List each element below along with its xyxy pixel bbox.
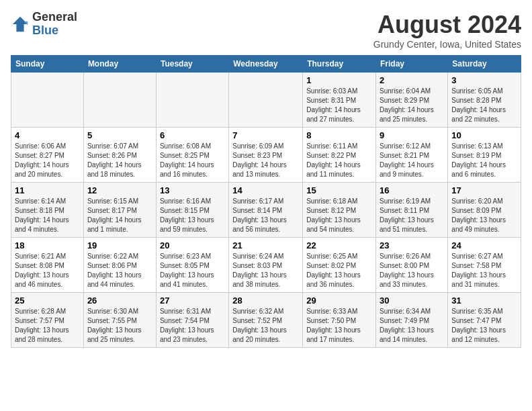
day-info: Sunrise: 6:14 AM Sunset: 8:18 PM Dayligh…	[15, 197, 80, 234]
title-block: August 2024 Grundy Center, Iowa, United …	[373, 11, 521, 50]
day-cell	[156, 73, 228, 128]
day-cell: 13Sunrise: 6:16 AM Sunset: 8:15 PM Dayli…	[156, 183, 228, 238]
day-info: Sunrise: 6:34 AM Sunset: 7:49 PM Dayligh…	[380, 307, 444, 345]
day-info: Sunrise: 6:12 AM Sunset: 8:21 PM Dayligh…	[380, 142, 444, 179]
day-cell: 8Sunrise: 6:11 AM Sunset: 8:22 PM Daylig…	[303, 128, 376, 183]
day-number: 4	[15, 130, 80, 140]
logo-blue: Blue	[32, 24, 77, 38]
day-cell	[11, 73, 84, 128]
day-cell: 25Sunrise: 6:28 AM Sunset: 7:57 PM Dayli…	[11, 293, 84, 348]
logo-icon	[11, 15, 30, 34]
day-header-wednesday: Wednesday	[229, 56, 303, 73]
day-info: Sunrise: 6:04 AM Sunset: 8:29 PM Dayligh…	[380, 87, 444, 124]
day-number: 7	[232, 130, 299, 140]
day-number: 29	[306, 295, 372, 306]
day-cell: 28Sunrise: 6:32 AM Sunset: 7:52 PM Dayli…	[229, 293, 303, 348]
day-info: Sunrise: 6:20 AM Sunset: 8:09 PM Dayligh…	[451, 197, 517, 234]
day-info: Sunrise: 6:32 AM Sunset: 7:52 PM Dayligh…	[232, 307, 299, 345]
day-number: 25	[15, 295, 80, 306]
day-cell: 30Sunrise: 6:34 AM Sunset: 7:49 PM Dayli…	[376, 293, 448, 348]
day-info: Sunrise: 6:18 AM Sunset: 8:12 PM Dayligh…	[306, 197, 372, 234]
day-cell: 15Sunrise: 6:18 AM Sunset: 8:12 PM Dayli…	[303, 183, 376, 238]
week-row-3: 11Sunrise: 6:14 AM Sunset: 8:18 PM Dayli…	[11, 183, 521, 238]
day-info: Sunrise: 6:09 AM Sunset: 8:23 PM Dayligh…	[232, 142, 299, 179]
day-cell: 12Sunrise: 6:15 AM Sunset: 8:17 PM Dayli…	[83, 183, 156, 238]
logo: General Blue	[11, 11, 77, 38]
page-header: General Blue August 2024 Grundy Center, …	[11, 11, 521, 50]
day-info: Sunrise: 6:13 AM Sunset: 8:19 PM Dayligh…	[451, 142, 517, 179]
day-number: 26	[87, 295, 152, 306]
day-cell: 3Sunrise: 6:05 AM Sunset: 8:28 PM Daylig…	[448, 73, 521, 128]
day-info: Sunrise: 6:33 AM Sunset: 7:50 PM Dayligh…	[306, 307, 372, 345]
logo-text: General Blue	[32, 11, 77, 38]
day-header-thursday: Thursday	[303, 56, 376, 73]
day-cell: 24Sunrise: 6:27 AM Sunset: 7:58 PM Dayli…	[448, 238, 521, 293]
day-cell	[83, 73, 156, 128]
day-cell: 14Sunrise: 6:17 AM Sunset: 8:14 PM Dayli…	[229, 183, 303, 238]
day-number: 28	[232, 295, 299, 306]
calendar-table: SundayMondayTuesdayWednesdayThursdayFrid…	[11, 55, 521, 348]
day-cell: 4Sunrise: 6:06 AM Sunset: 8:27 PM Daylig…	[11, 128, 84, 183]
day-cell: 31Sunrise: 6:35 AM Sunset: 7:47 PM Dayli…	[448, 293, 521, 348]
day-info: Sunrise: 6:07 AM Sunset: 8:26 PM Dayligh…	[87, 142, 152, 179]
day-cell: 2Sunrise: 6:04 AM Sunset: 8:29 PM Daylig…	[376, 73, 448, 128]
day-number: 15	[306, 185, 372, 195]
day-info: Sunrise: 6:05 AM Sunset: 8:28 PM Dayligh…	[451, 87, 517, 124]
day-number: 11	[15, 185, 80, 195]
day-cell: 27Sunrise: 6:31 AM Sunset: 7:54 PM Dayli…	[156, 293, 228, 348]
day-info: Sunrise: 6:03 AM Sunset: 8:31 PM Dayligh…	[306, 87, 372, 124]
week-row-4: 18Sunrise: 6:21 AM Sunset: 8:08 PM Dayli…	[11, 238, 521, 293]
day-number: 17	[451, 185, 517, 195]
logo-general: General	[32, 11, 77, 24]
week-row-1: 1Sunrise: 6:03 AM Sunset: 8:31 PM Daylig…	[11, 73, 521, 128]
day-number: 5	[87, 130, 152, 140]
day-number: 14	[232, 185, 299, 195]
day-header-tuesday: Tuesday	[156, 56, 228, 73]
day-info: Sunrise: 6:30 AM Sunset: 7:55 PM Dayligh…	[87, 307, 152, 345]
day-cell: 21Sunrise: 6:24 AM Sunset: 8:03 PM Dayli…	[229, 238, 303, 293]
header-row: SundayMondayTuesdayWednesdayThursdayFrid…	[11, 56, 521, 73]
day-info: Sunrise: 6:22 AM Sunset: 8:06 PM Dayligh…	[87, 252, 152, 289]
day-number: 2	[380, 75, 444, 85]
day-number: 3	[451, 75, 517, 85]
day-cell: 23Sunrise: 6:26 AM Sunset: 8:00 PM Dayli…	[376, 238, 448, 293]
day-info: Sunrise: 6:23 AM Sunset: 8:05 PM Dayligh…	[160, 252, 225, 289]
svg-marker-0	[13, 17, 28, 32]
day-info: Sunrise: 6:31 AM Sunset: 7:54 PM Dayligh…	[160, 307, 225, 345]
day-number: 24	[451, 240, 517, 250]
day-number: 12	[87, 185, 152, 195]
day-cell: 20Sunrise: 6:23 AM Sunset: 8:05 PM Dayli…	[156, 238, 228, 293]
day-header-sunday: Sunday	[11, 56, 84, 73]
month-title: August 2024	[373, 11, 521, 39]
location: Grundy Center, Iowa, United States	[373, 39, 521, 50]
day-number: 31	[451, 295, 517, 306]
day-number: 9	[380, 130, 444, 140]
day-number: 16	[380, 185, 444, 195]
day-cell: 16Sunrise: 6:19 AM Sunset: 8:11 PM Dayli…	[376, 183, 448, 238]
week-row-2: 4Sunrise: 6:06 AM Sunset: 8:27 PM Daylig…	[11, 128, 521, 183]
day-info: Sunrise: 6:08 AM Sunset: 8:25 PM Dayligh…	[160, 142, 225, 179]
day-number: 30	[380, 295, 444, 306]
day-info: Sunrise: 6:17 AM Sunset: 8:14 PM Dayligh…	[232, 197, 299, 234]
day-number: 8	[306, 130, 372, 140]
day-cell: 26Sunrise: 6:30 AM Sunset: 7:55 PM Dayli…	[83, 293, 156, 348]
day-info: Sunrise: 6:21 AM Sunset: 8:08 PM Dayligh…	[15, 252, 80, 289]
day-number: 19	[87, 240, 152, 250]
day-number: 6	[160, 130, 225, 140]
day-number: 1	[306, 75, 372, 85]
day-number: 23	[380, 240, 444, 250]
day-header-friday: Friday	[376, 56, 448, 73]
day-info: Sunrise: 6:35 AM Sunset: 7:47 PM Dayligh…	[451, 307, 517, 345]
day-info: Sunrise: 6:25 AM Sunset: 8:02 PM Dayligh…	[306, 252, 372, 289]
day-number: 21	[232, 240, 299, 250]
day-cell: 17Sunrise: 6:20 AM Sunset: 8:09 PM Dayli…	[448, 183, 521, 238]
day-header-monday: Monday	[83, 56, 156, 73]
day-cell: 7Sunrise: 6:09 AM Sunset: 8:23 PM Daylig…	[229, 128, 303, 183]
day-cell: 10Sunrise: 6:13 AM Sunset: 8:19 PM Dayli…	[448, 128, 521, 183]
day-cell: 6Sunrise: 6:08 AM Sunset: 8:25 PM Daylig…	[156, 128, 228, 183]
day-number: 27	[160, 295, 225, 306]
day-info: Sunrise: 6:06 AM Sunset: 8:27 PM Dayligh…	[15, 142, 80, 179]
day-cell: 29Sunrise: 6:33 AM Sunset: 7:50 PM Dayli…	[303, 293, 376, 348]
day-cell	[229, 73, 303, 128]
day-number: 20	[160, 240, 225, 250]
